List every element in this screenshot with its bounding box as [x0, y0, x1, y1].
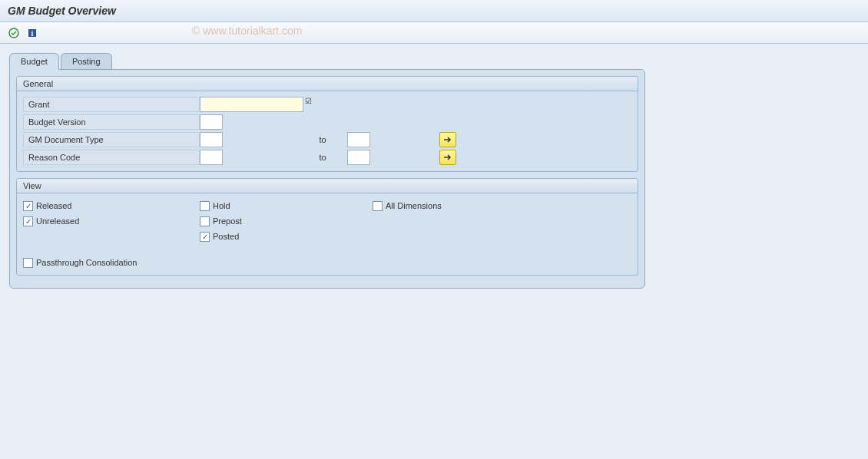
- checkbox-label: Unreleased: [36, 216, 79, 226]
- checkbox-box-posted: ✓: [200, 232, 210, 242]
- checkbox-posted[interactable]: ✓ Posted: [200, 229, 373, 244]
- checkbox-label: Prepost: [213, 216, 242, 226]
- checkbox-label: Posted: [213, 232, 239, 241]
- page-title: GM Budget Overview: [0, 0, 868, 22]
- checkbox-released[interactable]: ✓ Released: [23, 198, 200, 213]
- checkbox-label: Released: [36, 201, 71, 210]
- reason-code-from-input[interactable]: [200, 150, 223, 165]
- watermark: © www.tutorialkart.com: [192, 25, 302, 37]
- budget-version-input[interactable]: [200, 114, 223, 130]
- checkbox-box-unreleased: ✓: [23, 216, 33, 226]
- tab-posting[interactable]: Posting: [61, 53, 112, 69]
- tab-panel-budget: General Grant ☑ Budget Version G: [9, 69, 645, 289]
- reason-code-to-input[interactable]: [347, 150, 370, 165]
- grant-input[interactable]: [200, 97, 303, 112]
- checkbox-hold[interactable]: Hold: [200, 198, 373, 213]
- checkbox-box-released: ✓: [23, 201, 33, 211]
- group-general-header: General: [17, 77, 638, 91]
- budget-version-label: Budget Version: [23, 114, 200, 130]
- group-view-header: View: [17, 179, 638, 193]
- to-label-2: to: [307, 153, 338, 162]
- group-general: General Grant ☑ Budget Version G: [16, 76, 638, 172]
- checkbox-prepost[interactable]: Prepost: [200, 213, 373, 229]
- checkbox-box-prepost: [200, 216, 210, 226]
- info-icon[interactable]: i: [25, 25, 40, 41]
- checkbox-box-all-dimensions: [373, 201, 383, 211]
- checkbox-label: All Dimensions: [386, 201, 442, 210]
- required-indicator-icon: ☑: [305, 97, 312, 105]
- doc-type-from-input[interactable]: [200, 132, 223, 147]
- content-area: Budget Posting General Grant ☑ Budget Ve…: [0, 44, 868, 298]
- checkbox-passthrough[interactable]: Passthrough Consolidation: [23, 255, 631, 270]
- tab-budget[interactable]: Budget: [9, 53, 59, 70]
- checkbox-unreleased[interactable]: ✓ Unreleased: [23, 213, 200, 229]
- multiple-selection-button-2[interactable]: [439, 150, 456, 165]
- checkbox-box-passthrough: [23, 258, 33, 268]
- svg-text:i: i: [31, 29, 34, 38]
- doc-type-label: GM Document Type: [23, 132, 200, 147]
- checkbox-all-dimensions[interactable]: All Dimensions: [373, 198, 526, 213]
- reason-code-label: Reason Code: [23, 150, 200, 165]
- doc-type-to-input[interactable]: [347, 132, 370, 147]
- checkbox-label: Passthrough Consolidation: [36, 258, 137, 267]
- tab-strip: Budget Posting: [9, 53, 645, 69]
- checkbox-label: Hold: [213, 201, 230, 210]
- group-view: View ✓ Released ✓ Unreleased: [16, 178, 638, 276]
- to-label-1: to: [307, 135, 338, 144]
- execute-icon[interactable]: [6, 25, 22, 41]
- grant-label: Grant: [23, 97, 200, 112]
- checkbox-box-hold: [200, 201, 210, 211]
- toolbar: i © www.tutorialkart.com: [0, 22, 868, 44]
- multiple-selection-button-1[interactable]: [439, 132, 456, 147]
